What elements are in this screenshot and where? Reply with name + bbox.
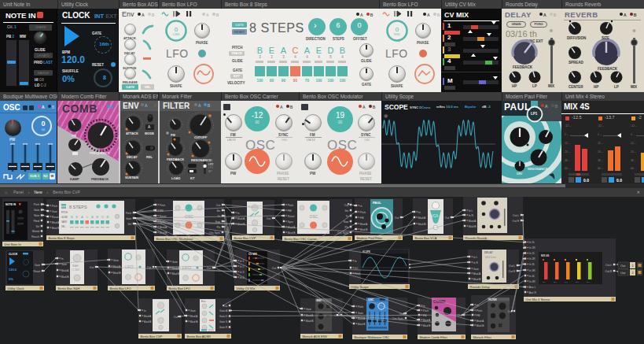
svg-text:Pitch: Pitch	[52, 205, 57, 208]
svg-text:Out L: Out L	[513, 214, 519, 217]
svg-text:Pitch: Pitch	[360, 211, 366, 214]
svg-text:Sin: Sin	[344, 209, 348, 213]
svg-text:0%: 0%	[9, 277, 13, 281]
svg-text:Out L: Out L	[605, 264, 612, 267]
svg-text:DELAY: DELAY	[484, 251, 493, 254]
svg-text:Mod B: Mod B	[477, 324, 484, 327]
svg-text:Gate: Gate	[126, 217, 131, 220]
svg-text:C: C	[86, 215, 89, 219]
svg-text:Tri: Tri	[217, 215, 220, 218]
svg-text:B: B	[107, 215, 109, 219]
svg-text:GLIDE: GLIDE	[61, 216, 68, 219]
svg-text:Out: Out	[458, 314, 462, 317]
svg-text:-12 0: -12 0	[564, 281, 569, 283]
svg-text:Out: Out	[445, 216, 449, 220]
svg-text:Monark ADS ENV: Monark ADS ENV	[303, 335, 328, 338]
svg-text:MIX 4S: MIX 4S	[541, 254, 549, 257]
svg-text:Bento Box LFO: Bento Box LFO	[110, 287, 131, 290]
svg-text:ENV: ENV	[317, 299, 322, 302]
svg-text:0012.0 ms: 0012.0 ms	[485, 256, 497, 259]
svg-text:In 3R: In 3R	[529, 269, 535, 272]
svg-text:Gate A: Gate A	[219, 309, 228, 313]
svg-text:Modern Paul Filter: Modern Paul Filter	[357, 236, 383, 240]
svg-text:D: D	[101, 215, 104, 219]
svg-text:In R: In R	[473, 261, 479, 264]
svg-text:Mod B: Mod B	[172, 272, 180, 276]
svg-text:In 1R: In 1R	[529, 246, 535, 250]
svg-text:Bento Box ADSR: Bento Box ADSR	[187, 335, 212, 338]
svg-text:Mod B: Mod B	[237, 223, 245, 226]
svg-text:Reset: Reset	[160, 215, 167, 218]
svg-text:Osc Sync: Osc Sync	[209, 231, 220, 235]
svg-text:Out R: Out R	[605, 270, 613, 273]
svg-text:-12 0: -12 0	[575, 281, 580, 283]
svg-text:A: A	[91, 215, 94, 219]
svg-text:In 4L: In 4L	[529, 275, 535, 278]
svg-text:Mod B: Mod B	[473, 278, 481, 281]
svg-text:Mod B: Mod B	[306, 320, 314, 323]
svg-text:VEL: VEL	[61, 225, 65, 228]
svg-text:Out: Out	[620, 271, 626, 275]
svg-text:FM: FM	[360, 216, 364, 220]
svg-text:Ptouch: Ptouch	[31, 235, 39, 239]
svg-text:Pls: Pls	[345, 226, 349, 229]
svg-text:In 2R: In 2R	[529, 257, 535, 261]
svg-text:Mod B: Mod B	[358, 323, 366, 326]
svg-text:Utility Clock: Utility Clock	[8, 287, 24, 290]
svg-text:Bento Box CVP: Bento Box CVP	[141, 335, 163, 338]
svg-text:Out: Out	[90, 266, 94, 269]
svg-text:Out: Out	[272, 267, 276, 270]
svg-text:Gate: Gate	[473, 268, 479, 271]
svg-text:Out: Out	[395, 216, 399, 220]
svg-text:Rounds Delay: Rounds Delay	[470, 285, 490, 289]
svg-text:Mod A: Mod A	[360, 223, 368, 226]
svg-text:Env: Env	[201, 300, 206, 303]
svg-text:Pitch: Pitch	[126, 212, 131, 215]
svg-text:E: E	[76, 215, 79, 219]
svg-text:Gate S: Gate S	[219, 320, 228, 324]
svg-text:Out L: Out L	[509, 264, 515, 268]
svg-text:In R: In R	[469, 214, 474, 217]
svg-text:Gate: Gate	[52, 210, 57, 213]
svg-text:E: E	[97, 215, 99, 219]
svg-text:Out R: Out R	[509, 270, 516, 273]
svg-text:Out: Out	[223, 305, 227, 308]
svg-text:Gate: Gate	[306, 308, 311, 311]
svg-text:In: In	[355, 260, 357, 263]
svg-text:Gate D: Gate D	[219, 315, 228, 318]
svg-text:FM: FM	[477, 314, 480, 317]
svg-text:PAUL: PAUL	[373, 201, 381, 205]
svg-text:Mod B: Mod B	[190, 320, 198, 324]
svg-text:Pitch: Pitch	[160, 204, 165, 207]
svg-text:Mod B: Mod B	[423, 324, 431, 327]
svg-text:Out: Out	[620, 264, 626, 268]
svg-text:B: B	[71, 215, 73, 219]
svg-text:Gate: Gate	[358, 312, 363, 315]
svg-text:Vel: Vel	[36, 225, 40, 228]
svg-text:Unit Mix 4 Stereo: Unit Mix 4 Stereo	[526, 298, 550, 301]
svg-text:Mod B: Mod B	[61, 276, 69, 279]
svg-text:Out: Out	[174, 316, 178, 319]
svg-text:In L: In L	[469, 209, 473, 213]
svg-text:Mod A: Mod A	[144, 315, 152, 318]
svg-text:Mod A: Mod A	[477, 320, 484, 323]
svg-text:Out R: Out R	[513, 220, 520, 223]
svg-text:Saw: Saw	[344, 220, 349, 224]
svg-text:Sin: Sin	[216, 209, 220, 213]
svg-text:DC: DC	[355, 267, 359, 270]
svg-text:Mod B: Mod B	[113, 272, 121, 275]
svg-text:VCA: VCA	[431, 214, 438, 218]
svg-text:In 2L: In 2L	[529, 252, 535, 255]
svg-text:Gate: Gate	[190, 309, 196, 313]
svg-text:LFO: LFO	[125, 264, 134, 269]
svg-text:In 4R: In 4R	[529, 280, 535, 283]
svg-text:PITCH: PITCH	[61, 211, 68, 214]
svg-text:Pls: Pls	[217, 226, 221, 229]
svg-text:NOTE IN: NOTE IN	[6, 203, 17, 206]
svg-text:-12 0: -12 0	[542, 281, 546, 283]
svg-text:Mod A: Mod A	[469, 220, 477, 223]
svg-text:FM: FM	[160, 209, 164, 213]
svg-text:In L: In L	[473, 256, 478, 259]
svg-text:Mod B: Mod B	[418, 223, 426, 226]
svg-text:Gate: Gate	[34, 209, 39, 212]
